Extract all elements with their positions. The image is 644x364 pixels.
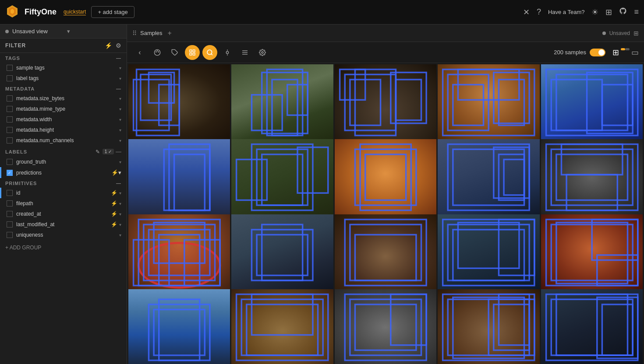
height-checkbox[interactable] bbox=[7, 127, 13, 133]
metadata-label: METADATA bbox=[5, 86, 35, 91]
svg-rect-66 bbox=[546, 144, 637, 210]
predictions-checkbox[interactable]: ✓ bbox=[7, 170, 13, 176]
grid-cell-8[interactable] bbox=[335, 139, 436, 215]
content-area: ⠿ Samples + Unsaved ⊞ ‹ bbox=[127, 24, 644, 364]
id-checkbox[interactable] bbox=[7, 190, 13, 196]
primitives-collapse-button[interactable]: — bbox=[116, 181, 121, 186]
svg-rect-78 bbox=[184, 240, 220, 286]
grid-cell-9[interactable] bbox=[438, 139, 539, 215]
svg-rect-35 bbox=[350, 80, 381, 126]
size-bytes-checkbox[interactable] bbox=[7, 95, 13, 102]
sidebar-item-ground-truth[interactable]: ground_truth ▾ bbox=[0, 157, 127, 167]
sidebar-item-created-at[interactable]: created_at ⚡ ▾ bbox=[0, 209, 127, 219]
grid-cell-13[interactable] bbox=[335, 214, 436, 290]
lightning-icon[interactable]: ⚡ bbox=[105, 42, 112, 49]
list-view-icon[interactable]: ▭ bbox=[631, 48, 639, 57]
overlay-toggle[interactable] bbox=[590, 49, 605, 56]
grid-cell-19[interactable] bbox=[438, 289, 539, 364]
grid-cell-15[interactable] bbox=[541, 214, 643, 290]
svg-rect-104 bbox=[355, 304, 416, 350]
grid-cell-2[interactable] bbox=[231, 64, 333, 140]
labels-collapse-button[interactable]: — bbox=[116, 148, 121, 155]
grid-cell-6[interactable] bbox=[128, 139, 230, 215]
color-button[interactable] bbox=[150, 45, 165, 60]
add-tab-button[interactable]: + bbox=[168, 29, 172, 37]
num-channels-checkbox[interactable] bbox=[7, 137, 13, 144]
grid-icon[interactable]: ⊞ bbox=[605, 7, 612, 17]
grid-cell-11[interactable] bbox=[128, 214, 230, 290]
close-icon[interactable]: ✕ bbox=[523, 7, 530, 17]
tags-collapse-button[interactable]: — bbox=[116, 56, 121, 61]
sidebar-item-predictions[interactable]: ✓ predictions ⚡ ▾ bbox=[0, 167, 127, 178]
grid-cell-17[interactable] bbox=[231, 289, 333, 364]
grid-cell-7[interactable] bbox=[231, 139, 333, 215]
mime-type-checkbox[interactable] bbox=[7, 106, 13, 112]
sidebar: Unsaved view ▾ FILTER ⚡ ⚙ TAGS — sample … bbox=[0, 24, 127, 364]
grid-cell-14[interactable] bbox=[438, 214, 539, 290]
svg-point-20 bbox=[262, 52, 263, 53]
expand-icon[interactable]: ⊞ bbox=[633, 30, 639, 37]
tag-button[interactable] bbox=[167, 45, 182, 60]
grid-cell-10[interactable] bbox=[541, 139, 643, 215]
sidebar-item-size-bytes[interactable]: metadata.size_bytes ▾ bbox=[0, 93, 127, 104]
select-button[interactable] bbox=[185, 45, 200, 60]
svg-rect-23 bbox=[137, 70, 180, 136]
sidebar-item-height[interactable]: metadata.height ▾ bbox=[0, 125, 127, 135]
sidebar-item-filepath[interactable]: filepath ⚡ ▾ bbox=[0, 198, 127, 209]
sidebar-item-uniqueness[interactable]: uniqueness ▾ bbox=[0, 230, 127, 240]
menu-icon[interactable]: ≡ bbox=[634, 7, 639, 17]
svg-rect-44 bbox=[458, 70, 519, 100]
sidebar-item-label-tags[interactable]: label tags ▾ bbox=[0, 73, 127, 84]
grid-cell-1[interactable] bbox=[128, 64, 230, 140]
sun-icon[interactable]: ☀ bbox=[591, 7, 598, 17]
sidebar-item-mime-type[interactable]: metadata.mime_type ▾ bbox=[0, 104, 127, 114]
github-icon[interactable] bbox=[619, 7, 627, 17]
settings-icon[interactable]: ⚙ bbox=[116, 42, 121, 49]
sidebar-item-last-modified[interactable]: last_modified_at ⚡ ▾ bbox=[0, 219, 127, 230]
filepath-checkbox[interactable] bbox=[7, 200, 13, 206]
svg-point-6 bbox=[157, 50, 158, 51]
width-checkbox[interactable] bbox=[7, 116, 13, 122]
uniqueness-checkbox[interactable] bbox=[7, 232, 13, 238]
toggle-2[interactable] bbox=[621, 48, 630, 57]
svg-rect-65 bbox=[504, 160, 524, 195]
back-button[interactable]: ‹ bbox=[132, 45, 147, 60]
svg-rect-53 bbox=[252, 144, 313, 210]
grid-cell-18[interactable] bbox=[335, 289, 436, 364]
sample-tags-checkbox[interactable] bbox=[7, 65, 13, 71]
metadata-collapse-button[interactable]: — bbox=[116, 86, 121, 91]
chevron-icon: ▾ bbox=[119, 107, 121, 112]
created-at-checkbox[interactable] bbox=[7, 211, 13, 217]
grid-cell-5[interactable] bbox=[541, 64, 643, 140]
svg-rect-45 bbox=[546, 70, 637, 136]
samples-tab[interactable]: Samples bbox=[140, 30, 163, 36]
grid-cell-12[interactable] bbox=[231, 214, 333, 290]
help-icon[interactable]: ? bbox=[537, 7, 541, 17]
grid-view-icon[interactable]: ⊞ bbox=[612, 48, 619, 57]
sidebar-item-num-channels[interactable]: metadata.num_channels ▾ bbox=[0, 135, 127, 146]
last-modified-checkbox[interactable] bbox=[7, 221, 13, 228]
add-group-button[interactable]: + ADD GROUP bbox=[0, 240, 127, 255]
sidebar-item-sample-tags[interactable]: sample tags ▾ bbox=[0, 63, 127, 73]
grid-cell-20[interactable] bbox=[541, 289, 643, 364]
grid-cell-4[interactable] bbox=[438, 64, 539, 140]
add-stage-button[interactable]: + add stage bbox=[91, 6, 134, 18]
grid-cell-16[interactable] bbox=[128, 289, 230, 364]
edit-icon[interactable]: ✎ bbox=[96, 149, 100, 155]
svg-point-71 bbox=[138, 243, 220, 287]
settings-toolbar-button[interactable] bbox=[255, 45, 270, 60]
topbar: FiftyOne quickstart + add stage ✕ ? Have… bbox=[0, 0, 644, 24]
unsaved-view-selector[interactable]: Unsaved view ▾ bbox=[0, 24, 127, 38]
label-tags-checkbox[interactable] bbox=[7, 75, 13, 81]
id-label: id bbox=[16, 190, 109, 196]
svg-rect-38 bbox=[340, 70, 365, 100]
search-button[interactable] bbox=[202, 45, 217, 60]
grid-cell-3[interactable] bbox=[335, 64, 436, 140]
list-button[interactable] bbox=[237, 45, 252, 60]
sidebar-item-id[interactable]: id ⚡ ▾ bbox=[0, 188, 127, 198]
sidebar-item-width[interactable]: metadata.width ▾ bbox=[0, 114, 127, 125]
ground-truth-checkbox[interactable] bbox=[7, 159, 13, 165]
labels-label: LABELS bbox=[5, 149, 96, 154]
have-a-team-label[interactable]: Have a Team? bbox=[548, 9, 585, 15]
match-button[interactable] bbox=[220, 45, 235, 60]
